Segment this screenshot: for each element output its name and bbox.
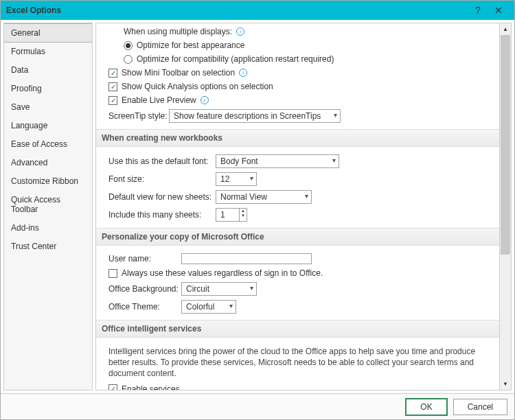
row-optimize-best[interactable]: Optimize for best appearance <box>96 38 499 52</box>
sheets-value[interactable]: 1 <box>216 208 239 222</box>
spin-down-icon[interactable]: ▼ <box>240 213 247 218</box>
font-size-select[interactable]: 12 <box>216 172 257 186</box>
sidebar-item-formulas[interactable]: Formulas <box>4 43 92 61</box>
enable-services-label: Enable services <box>122 384 180 390</box>
sidebar-item-advanced[interactable]: Advanced <box>4 154 92 172</box>
background-select[interactable]: Circuit <box>181 282 257 296</box>
username-input[interactable] <box>181 253 312 264</box>
sidebar-item-proofing[interactable]: Proofing <box>4 80 92 98</box>
default-view-select[interactable]: Normal View <box>216 190 312 204</box>
category-sidebar: General Formulas Data Proofing Save Lang… <box>3 23 93 390</box>
sidebar-item-add-ins[interactable]: Add-ins <box>4 219 92 237</box>
info-icon[interactable]: i <box>236 27 244 36</box>
spin-up-icon[interactable]: ▲ <box>240 209 247 213</box>
dialog-footer: OK Cancel <box>1 393 514 419</box>
section-new-workbooks: When creating new workbooks <box>96 129 499 147</box>
username-label: User name: <box>108 254 177 264</box>
font-size-label: Font size: <box>108 174 211 184</box>
show-mini-label: Show Mini Toolbar on selection <box>122 68 235 78</box>
titlebar: Excel Options ? ✕ <box>1 1 514 20</box>
help-button[interactable]: ? <box>468 5 488 16</box>
default-view-label: Default view for new sheets: <box>108 192 211 202</box>
sidebar-item-data[interactable]: Data <box>4 61 92 80</box>
enable-preview-label: Enable Live Preview <box>122 95 196 105</box>
sidebar-item-ease-of-access[interactable]: Ease of Access <box>4 135 92 154</box>
row-background: Office Background: Circuit <box>96 280 499 298</box>
row-show-quick[interactable]: ✓ Show Quick Analysis options on selecti… <box>96 80 499 93</box>
cancel-button[interactable]: Cancel <box>453 399 507 415</box>
row-font-size: Font size: 12 <box>96 170 499 188</box>
sheets-spinner[interactable]: 1 ▲▼ <box>216 208 247 222</box>
row-sheets: Include this many sheets: 1 ▲▼ <box>96 206 499 224</box>
background-label: Office Background: <box>108 284 177 294</box>
default-font-label: Use this as the default font: <box>108 156 211 166</box>
section-personalize: Personalize your copy of Microsoft Offic… <box>96 228 499 246</box>
row-show-mini[interactable]: ✓ Show Mini Toolbar on selection i <box>96 66 499 80</box>
theme-select[interactable]: Colorful <box>181 300 236 314</box>
screentip-label: ScreenTip style: <box>108 111 165 121</box>
row-optimize-compat[interactable]: Optimize for compatibility (application … <box>96 52 499 66</box>
sidebar-item-general[interactable]: General <box>4 23 92 43</box>
scroll-up-icon[interactable]: ▲ <box>500 23 511 35</box>
optimize-best-label: Optimize for best appearance <box>137 40 244 50</box>
info-icon[interactable]: i <box>239 69 247 77</box>
close-button[interactable]: ✕ <box>488 5 509 16</box>
checkbox-always[interactable] <box>108 269 117 278</box>
sidebar-item-language[interactable]: Language <box>4 117 92 135</box>
row-username: User name: <box>96 251 499 266</box>
always-label: Always use these values regardless of si… <box>122 268 323 278</box>
sheets-label: Include this many sheets: <box>108 210 211 220</box>
main-wrap: When using multiple displays: i Optimize… <box>95 23 512 390</box>
sidebar-item-trust-center[interactable]: Trust Center <box>4 237 92 256</box>
window-title: Excel Options <box>6 5 468 15</box>
checkbox-enable-services[interactable]: ✓ <box>108 384 117 390</box>
scroll-thumb[interactable] <box>501 35 510 255</box>
sidebar-item-quick-access-toolbar[interactable]: Quick Access Toolbar <box>4 191 92 219</box>
clipped-heading: When using multiple displays: i <box>96 25 499 38</box>
row-theme: Office Theme: Colorful <box>96 298 499 316</box>
row-always[interactable]: Always use these values regardless of si… <box>96 266 499 280</box>
radio-optimize-compat[interactable] <box>124 55 133 64</box>
row-default-view: Default view for new sheets: Normal View <box>96 188 499 206</box>
checkbox-show-quick[interactable]: ✓ <box>108 82 117 91</box>
default-font-select[interactable]: Body Font <box>216 154 339 168</box>
row-default-font: Use this as the default font: Body Font <box>96 152 499 170</box>
dialog-body: General Formulas Data Proofing Save Lang… <box>1 20 514 393</box>
intelligent-description: Intelligent services bring the power of … <box>96 343 499 382</box>
multiple-displays-label: When using multiple displays: <box>124 27 232 36</box>
sidebar-item-customize-ribbon[interactable]: Customize Ribbon <box>4 172 92 191</box>
theme-label: Office Theme: <box>108 302 177 312</box>
sidebar-item-save[interactable]: Save <box>4 98 92 117</box>
optimize-compat-label: Optimize for compatibility (application … <box>137 54 334 64</box>
row-enable-services[interactable]: ✓ Enable services <box>96 382 499 390</box>
scroll-down-icon[interactable]: ▼ <box>500 378 511 390</box>
row-enable-preview[interactable]: ✓ Enable Live Preview i <box>96 93 499 107</box>
ok-button[interactable]: OK <box>405 398 447 416</box>
checkbox-enable-preview[interactable]: ✓ <box>108 96 117 105</box>
info-icon[interactable]: i <box>201 96 209 104</box>
screentip-select[interactable]: Show feature descriptions in ScreenTips <box>169 109 341 123</box>
section-intelligent: Office intelligent services <box>96 320 499 338</box>
row-screentip: ScreenTip style: Show feature descriptio… <box>96 107 499 125</box>
vertical-scrollbar[interactable]: ▲ ▼ <box>500 23 512 390</box>
checkbox-show-mini[interactable]: ✓ <box>108 69 117 78</box>
show-quick-label: Show Quick Analysis options on selection <box>122 82 273 91</box>
main-panel: When using multiple displays: i Optimize… <box>95 23 500 390</box>
radio-optimize-best[interactable] <box>124 41 133 50</box>
